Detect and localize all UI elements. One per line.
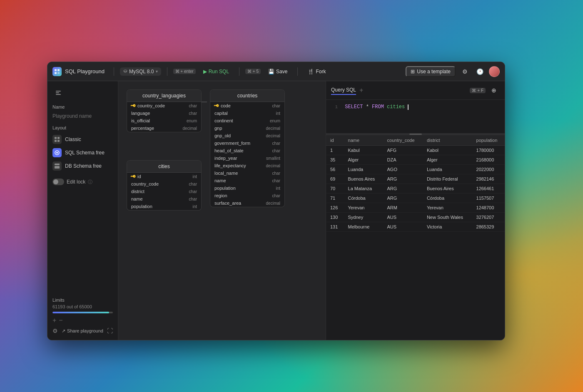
table-cell-id: 126 (326, 203, 344, 213)
db-selector[interactable]: MySQL 8.0 ▾ (120, 67, 161, 76)
add-tab-button[interactable]: + (359, 87, 363, 94)
collapse-sidebar-button[interactable] (52, 87, 64, 99)
table-row: local_name char (210, 169, 284, 177)
settings-sidebar-icon[interactable]: ⚙ (52, 327, 58, 334)
table-cell-district: Distrito Federal (423, 174, 472, 184)
table-cell-name: Córdoba (344, 194, 383, 203)
table-cell-id: 56 (326, 165, 344, 174)
layout-label: Layout (52, 125, 113, 130)
table-row: 130SydneyAUSNew South Wales3276207 (326, 213, 505, 222)
svg-rect-11 (57, 140, 60, 142)
run-sql-button[interactable]: ▶ Run SQL (199, 67, 233, 76)
table-cell-population: 3276207 (472, 213, 505, 222)
table-cell-id: 130 (326, 213, 344, 222)
history-icon-button[interactable]: 🕐 (474, 66, 486, 77)
table-cell-country_code: AGO (383, 165, 423, 174)
main-window: SQL Playground MySQL 8.0 ▾ ⌘ + enter ▶ R… (47, 62, 505, 340)
table-head: id name country_code district population (326, 135, 505, 146)
table-row: 1KabulAFGKabol1780000 (326, 146, 505, 155)
col-header-name: name (344, 135, 383, 146)
editor-body[interactable]: 1 SELECT * FROM cities (326, 100, 505, 133)
run-shortcut-kbd: ⌘ + enter (173, 69, 196, 74)
editor-header: Query SQL + ⌘ + F ⊕ (326, 81, 505, 100)
use-template-button[interactable]: ⊞ Use a template (406, 66, 456, 77)
table-cell-name: Kabul (344, 146, 383, 155)
key-icon: 🔑 (130, 174, 137, 180)
table-cell-district: Kabol (423, 146, 472, 155)
table-cell-population: 1780000 (472, 146, 505, 155)
svg-rect-2 (55, 72, 57, 74)
table-cell-id: 1 (326, 146, 344, 155)
db-schema-icon (52, 161, 62, 171)
name-label: Name (52, 104, 113, 109)
separator3 (239, 67, 239, 76)
table-row: 126YerevanARMYerevan1248700 (326, 203, 505, 213)
editor-area: Query SQL + ⌘ + F ⊕ 1 SELECT * FROM citi… (326, 81, 505, 340)
results-table-body: 1KabulAFGKabol178000035AlgerDZAAlger2168… (326, 146, 505, 232)
table-cell-name: Yerevan (344, 203, 383, 213)
table-cell-country_code: AFG (383, 146, 423, 155)
layout-classic[interactable]: Classic (52, 133, 113, 146)
layout-sql-schema-free[interactable]: SQL Schema free (52, 146, 113, 159)
edit-lock-toggle[interactable] (52, 179, 64, 185)
table-row: surface_area decimal (210, 199, 284, 207)
table-row: 131MelbourneAUSVictoria2865329 (326, 222, 505, 232)
classic-icon (52, 135, 62, 144)
table-row: 35AlgerDZAAlger2168000 (326, 155, 505, 165)
plus-icon[interactable]: + (52, 317, 56, 324)
fork-icon: 🍴 (308, 69, 314, 74)
sql-star: * (366, 104, 372, 110)
table-header-row: id name country_code district population (326, 135, 505, 146)
avatar[interactable] (489, 66, 500, 77)
run-icon: ▶ (203, 69, 207, 74)
key-icon: 🔑 (214, 103, 220, 109)
table-row: government_form char (210, 139, 284, 147)
minus-icon[interactable]: − (59, 317, 62, 324)
results-table: id name country_code district population… (326, 135, 505, 340)
query-sql-tab[interactable]: Query SQL (331, 86, 356, 95)
svg-rect-6 (56, 92, 59, 93)
table-row: name char (127, 195, 201, 203)
table-cell-population: 2168000 (472, 155, 505, 165)
expand-editor-button[interactable]: ⊕ (488, 84, 500, 96)
table-row: name char (210, 177, 284, 184)
col-header-country-code: country_code (383, 135, 423, 146)
table-cell-population: 1157507 (472, 194, 505, 203)
share-playground-button[interactable]: ↗ Share playground (62, 328, 103, 334)
table-row: district char (127, 188, 201, 195)
save-button[interactable]: 💾 Save (264, 67, 292, 76)
table-cell-population: 1266461 (472, 184, 505, 194)
layout-db-schema-free[interactable]: DB Schema free (52, 159, 113, 173)
table-cell-id: 69 (326, 174, 344, 184)
name-section: Name (52, 104, 113, 119)
results-area: id name country_code district population… (326, 135, 505, 340)
svg-rect-0 (55, 69, 57, 71)
table-row: population int (210, 184, 284, 192)
table-cell-district: Alger (423, 155, 472, 165)
schema-area: country_languagies 🔑country_code char la… (118, 81, 326, 340)
app-title: SQL Playground (65, 68, 105, 74)
svg-rect-5 (56, 91, 61, 92)
table-row: head_of_state char (210, 147, 284, 154)
main-content: Name Layout Classic (47, 81, 505, 340)
sql-schema-label: SQL Schema free (65, 150, 105, 156)
resize-handle[interactable] (326, 133, 505, 135)
table-row: 56LuandaAGOLuanda2022000 (326, 165, 505, 174)
playground-name-input[interactable] (52, 113, 113, 119)
edit-lock-label: Edit lock (67, 179, 85, 185)
table-cell-id: 35 (326, 155, 344, 165)
fork-button[interactable]: 🍴 Fork (304, 67, 330, 76)
chevron-down-icon: ▾ (156, 69, 158, 74)
settings-icon-button[interactable]: ⚙ (459, 66, 471, 77)
separator2 (167, 67, 167, 76)
table-country-languages: country_languagies 🔑country_code char la… (127, 89, 202, 132)
svg-rect-15 (55, 166, 60, 169)
col-header-population: population (472, 135, 505, 146)
table-row: capital int (210, 109, 284, 117)
fullscreen-button[interactable]: ⛶ (107, 327, 113, 334)
svg-rect-3 (57, 72, 60, 74)
table-cell-country_code: AUS (383, 222, 423, 232)
table-cell-name: Buenos Aires (344, 174, 383, 184)
table-row: life_expectancy decimal (210, 162, 284, 169)
table-row: 🔑country_code char (127, 102, 201, 109)
